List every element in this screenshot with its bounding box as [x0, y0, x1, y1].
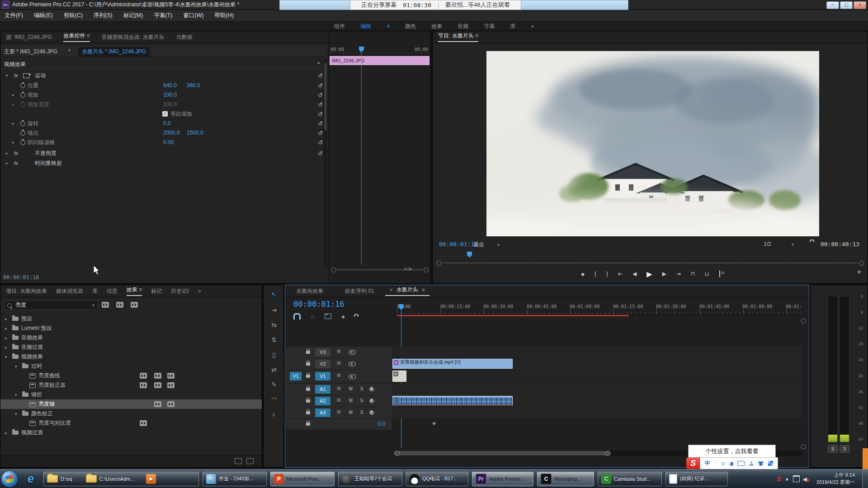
sync-lock-icon[interactable]: ⊞: [337, 385, 341, 391]
tree-item-color-correction[interactable]: ▾ 颜色校正: [0, 409, 262, 418]
lock-icon[interactable]: [306, 422, 310, 426]
chevron-right-icon[interactable]: ▸: [12, 140, 14, 145]
timeline-playhead[interactable]: [399, 304, 404, 310]
toggle-track-output-icon[interactable]: [349, 374, 356, 379]
linked-selection-icon[interactable]: ∩: [311, 313, 315, 320]
vertical-zoom-bottom[interactable]: [801, 444, 806, 449]
clear-search-icon[interactable]: ×: [92, 302, 95, 309]
chevron-right-icon[interactable]: ▸: [6, 151, 8, 155]
taskbar-qq-call[interactable]: QQ电话 - B17...: [406, 472, 468, 486]
workspace-effects[interactable]: 效果: [431, 23, 442, 30]
stopwatch-icon[interactable]: [20, 83, 25, 88]
workspace-assembly[interactable]: 组件: [334, 23, 345, 30]
slip-tool-icon[interactable]: ⇄: [271, 366, 277, 373]
effect-name[interactable]: 不透明度: [35, 150, 57, 157]
tray-volume-muted-icon[interactable]: [803, 476, 809, 482]
ime-keyboard-icon[interactable]: [737, 461, 745, 466]
chevron-down-icon[interactable]: ▾: [15, 364, 17, 369]
chevron-down-icon[interactable]: ▾: [68, 48, 71, 52]
effect-scrollbar[interactable]: [324, 59, 327, 267]
fit-dropdown[interactable]: 适合 ▾: [473, 241, 500, 249]
share-bar-left-cap[interactable]: [279, 0, 350, 10]
workspace-audio[interactable]: 音频: [458, 23, 468, 30]
stopwatch-icon[interactable]: [20, 93, 25, 98]
zoom-tool-icon[interactable]: ⌕: [272, 411, 276, 418]
track-lane-a3[interactable]: [393, 407, 802, 418]
effects-search-box[interactable]: ×: [4, 300, 98, 310]
chevron-right-icon[interactable]: ▸: [5, 326, 7, 331]
param-value-x[interactable]: 2000.0: [163, 130, 180, 136]
program-scrubber[interactable]: [436, 252, 865, 258]
sync-lock-icon[interactable]: ⊞: [337, 360, 341, 366]
export-frame-icon[interactable]: [719, 271, 720, 277]
scrub-zoom-left[interactable]: [436, 261, 441, 266]
new-item-icon[interactable]: [246, 458, 254, 464]
mini-timeline-clip[interactable]: IMG_2246.JPG: [330, 56, 429, 65]
solo-button[interactable]: S: [359, 409, 365, 416]
lock-icon[interactable]: [306, 411, 310, 414]
tree-item-lumetri-presets[interactable]: ▸ Lumetri 预设: [0, 324, 262, 333]
param-value[interactable]: 0.00: [163, 139, 174, 145]
chevron-right-icon[interactable]: ▸: [6, 161, 8, 165]
tree-item-presets[interactable]: ▸ 预设: [0, 314, 262, 324]
goto-out-icon[interactable]: ⇥: [676, 271, 681, 277]
solo-left-button[interactable]: S: [828, 445, 838, 453]
track-lane-a2[interactable]: fx: [393, 395, 802, 407]
workspace-menu-icon[interactable]: ≡: [387, 23, 390, 29]
taskbar-qq-sessions[interactable]: 王聪聪等7个会话: [338, 472, 402, 486]
tree-item-keying[interactable]: ▾ 键控: [0, 390, 262, 399]
track-name-v3[interactable]: V3: [315, 348, 330, 357]
tab-media-browser[interactable]: 媒体浏览器: [56, 287, 83, 295]
ime-toolbox-icon[interactable]: [768, 461, 773, 466]
mute-button[interactable]: M: [348, 386, 354, 392]
tray-clock[interactable]: 上午 9:14 2019/4/22 星期一: [813, 472, 859, 486]
timeline-timecode[interactable]: 00:00:01:16: [293, 300, 344, 309]
sync-lock-icon[interactable]: ⊞: [337, 348, 341, 354]
stopwatch-icon[interactable]: [20, 131, 25, 136]
track-name-v2[interactable]: V2: [315, 360, 330, 368]
reset-icon[interactable]: ↺: [318, 120, 323, 127]
tab-source-monitor[interactable]: 源: IMG_2246.JPG: [6, 33, 52, 41]
program-video-frame[interactable]: [486, 51, 819, 236]
pen-tool-icon[interactable]: ✎: [271, 381, 277, 388]
close-tab-icon[interactable]: ×: [390, 287, 393, 293]
taskbar-recorder[interactable]: C Recording...: [537, 472, 594, 486]
button-editor-plus-icon[interactable]: +: [857, 268, 861, 276]
mute-button[interactable]: M: [348, 398, 354, 404]
clip-v2[interactable]: fx背景视频和音乐合成.mp4 [V]: [392, 359, 513, 369]
sync-lock-icon[interactable]: ⊞: [337, 372, 341, 378]
minimize-button[interactable]: ─: [826, 1, 839, 9]
taskbar-explorer-group[interactable]: D:\sq C:\Users\Adm... ▶: [43, 472, 199, 486]
param-value-y[interactable]: 1500.0: [187, 130, 203, 136]
stopwatch-icon[interactable]: [20, 140, 25, 145]
track-name-a3[interactable]: A3: [315, 408, 330, 417]
tab-audio-clip-mixer[interactable]: 音频剪辑混合器: 水墨片头: [102, 33, 165, 41]
track-name-a2[interactable]: A2: [315, 397, 330, 405]
search-input[interactable]: [14, 302, 75, 309]
panel-menu-icon[interactable]: ≡: [139, 286, 142, 293]
chevron-down-icon[interactable]: ▾: [15, 393, 17, 397]
reset-icon[interactable]: ↺: [318, 92, 323, 99]
menu-marker[interactable]: 标记(M): [123, 12, 143, 19]
tab-history[interactable]: 历史记录: [171, 287, 189, 295]
tree-item-luma-key[interactable]: 亮度键: [0, 399, 262, 409]
ime-mode-chinese[interactable]: 中: [705, 460, 710, 467]
tab-project[interactable]: 项目: 水墨画效果: [6, 287, 47, 295]
solo-right-button[interactable]: S: [840, 445, 849, 453]
workspace-library[interactable]: 库: [510, 23, 515, 30]
reset-icon[interactable]: ↺: [318, 72, 323, 79]
tab-sequence-1[interactable]: 水墨画效果: [285, 287, 334, 295]
tree-item-obsolete[interactable]: ▾ 过时: [0, 361, 262, 371]
mark-out-icon[interactable]: }: [606, 271, 608, 277]
taskbar-premiere[interactable]: Pr Adobe Premie...: [472, 472, 533, 486]
start-button[interactable]: [1, 470, 18, 488]
tray-show-hidden-icon[interactable]: ▲: [785, 476, 789, 481]
effect-name[interactable]: 时间重映射: [35, 160, 62, 167]
zoom-handle-right[interactable]: [424, 267, 429, 272]
taskbar-powerpoint[interactable]: P Microsoft Pow...: [270, 472, 335, 486]
effect-name[interactable]: 运动: [35, 72, 46, 80]
tab-program[interactable]: 节目: 水墨片头 ≡: [438, 32, 478, 42]
taskbar-word-doc[interactable]: (幼师) 纪录...: [665, 472, 728, 486]
share-bar-right-cap[interactable]: [521, 0, 628, 10]
close-button[interactable]: ×: [854, 1, 866, 9]
